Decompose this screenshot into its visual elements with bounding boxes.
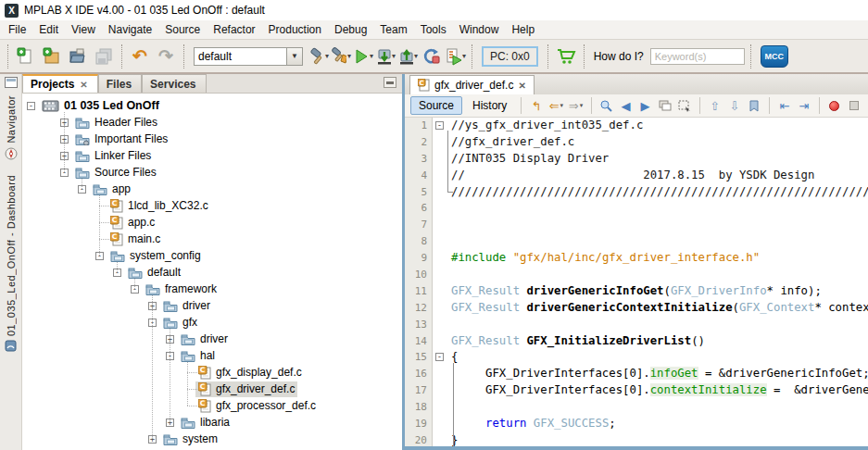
forward-icon[interactable]: ⇒	[567, 97, 584, 115]
history-view-button[interactable]: History	[465, 97, 514, 114]
shopping-cart-button[interactable]	[554, 44, 578, 69]
tree-node-body[interactable]: libaria	[178, 415, 233, 431]
code-line[interactable]: 7	[405, 217, 868, 233]
tree-node-body[interactable]: default	[125, 265, 183, 281]
code-line[interactable]: 19 return GFX_SUCCESS;	[405, 416, 868, 432]
toggle-bookmark-icon[interactable]	[746, 97, 762, 115]
tree-node-body[interactable]: system	[160, 431, 220, 447]
menu-item-debug[interactable]: Debug	[328, 21, 373, 38]
clean-build-project-button[interactable]: ▾	[331, 44, 351, 69]
code-line[interactable]: 18	[405, 399, 868, 416]
tree-row-libaria[interactable]: +libaria	[22, 414, 402, 431]
rectangular-selection-icon[interactable]	[676, 97, 693, 115]
shift-left-icon[interactable]: ⇤	[776, 97, 793, 115]
menu-item-window[interactable]: Window	[453, 21, 506, 38]
find-selection-icon[interactable]	[598, 97, 614, 115]
code-line[interactable]: 5///////////////////////////////////////…	[405, 184, 868, 201]
dashboard-dock-tab[interactable]: 01_035_Led_OnOff - Dashboard	[5, 175, 17, 352]
back-icon[interactable]: ⇐	[547, 97, 564, 115]
fold-collapse-icon[interactable]: -	[435, 353, 444, 361]
tree-node-body[interactable]: gfx	[160, 315, 200, 331]
menu-item-team[interactable]: Team	[373, 21, 413, 38]
tree-node-body[interactable]: C1lcd_lib_XC32.c	[107, 198, 211, 214]
tree-row-driver[interactable]: +driver	[22, 297, 402, 314]
tree-row-main-c[interactable]: Cmain.c	[22, 231, 402, 247]
menu-item-refactor[interactable]: Refactor	[207, 21, 261, 38]
code-line[interactable]: 1-//ys_gfx_driver_int035_def.c	[405, 118, 868, 134]
tree-row-system-config[interactable]: -system_config	[22, 247, 402, 264]
close-icon[interactable]: ✕	[80, 80, 87, 90]
tree-node-body[interactable]: framework	[143, 281, 220, 297]
code-line[interactable]: 13	[405, 317, 868, 333]
panel-tab-services[interactable]: Services	[142, 74, 206, 93]
code-line[interactable]: 9#include "gfx/hal/inc/gfx_driver_interf…	[405, 250, 868, 267]
menu-item-file[interactable]: File	[2, 21, 32, 38]
menu-item-tools[interactable]: Tools	[414, 21, 453, 38]
chevron-down-icon[interactable]: ▼	[286, 48, 302, 65]
how-do-i-input[interactable]	[650, 48, 745, 65]
tree-node-body[interactable]: system_config	[107, 248, 204, 264]
minimize-panel-button[interactable]	[384, 77, 396, 88]
open-project-button[interactable]	[66, 44, 90, 69]
tree-node-body[interactable]: Header Files	[72, 115, 160, 131]
debug-run-button[interactable]: ▾	[446, 44, 466, 69]
tree-row-gfx-processor-def-c[interactable]: Cgfx_processor_def.c	[22, 397, 402, 414]
panel-tab-files[interactable]: Files	[98, 74, 142, 93]
redo-button[interactable]: ↷	[154, 44, 178, 69]
tree-row-header-files[interactable]: +Header Files	[22, 114, 402, 131]
code-line[interactable]: 17 GFX_DriverInterfaces[0].contextInitia…	[405, 382, 868, 399]
tree-row-framework[interactable]: -framework	[22, 281, 402, 297]
close-icon[interactable]: ✕	[518, 81, 525, 91]
menu-item-production[interactable]: Production	[262, 21, 328, 38]
tree-node-body[interactable]: app	[90, 181, 133, 197]
code-line[interactable]: 4// 2017.8.15 by YSDK Design	[405, 168, 868, 184]
run-project-button[interactable]: ▾	[353, 44, 373, 69]
panel-tab-projects[interactable]: Projects✕	[22, 74, 98, 93]
last-edit-position-icon[interactable]: ↰	[528, 97, 545, 115]
start-macro-recording-icon[interactable]	[826, 97, 843, 115]
tree-node-body[interactable]: driver	[160, 298, 213, 314]
code-line[interactable]: 14GFX_Result GFX_InitializeDriverList()	[405, 333, 868, 350]
dock-window-icon[interactable]	[5, 77, 18, 88]
code-editor[interactable]: 1-//ys_gfx_driver_int035_def.c2//gfx_dri…	[405, 118, 868, 446]
code-line[interactable]: 11GFX_Result driverGenericInfoGet(GFX_Dr…	[405, 283, 868, 300]
tree-row-gfx-driver-def-c[interactable]: Cgfx_driver_def.c	[22, 381, 402, 397]
new-file-button[interactable]	[14, 44, 38, 69]
shift-right-icon[interactable]: ⇥	[796, 97, 812, 115]
code-line[interactable]: 3//INT035 Display Driver	[405, 151, 868, 168]
new-project-button[interactable]	[40, 44, 64, 69]
tree-node-body[interactable]: Cgfx_driver_def.c	[195, 381, 297, 397]
code-line[interactable]: 16 GFX_DriverInterfaces[0].infoGet = &dr…	[405, 366, 868, 382]
code-line[interactable]: 2//gfx_driver_def.c	[405, 134, 868, 151]
menu-item-edit[interactable]: Edit	[32, 21, 65, 38]
find-next-icon[interactable]: ▶	[637, 97, 654, 115]
code-line[interactable]: 10	[405, 267, 868, 283]
editor-tab-gfx-driver-def[interactable]: C gfx_driver_def.c ✕	[409, 75, 535, 94]
menu-item-view[interactable]: View	[65, 21, 102, 38]
source-view-button[interactable]: Source	[410, 96, 462, 115]
navigator-dock-tab[interactable]: Navigator	[5, 95, 18, 160]
tree-node-body[interactable]: Important Files	[72, 131, 170, 147]
program-device-button[interactable]: ▾	[375, 44, 396, 69]
undo-button[interactable]: ↶	[128, 44, 152, 69]
code-line[interactable]: 20}	[405, 432, 868, 446]
tree-row-gfx-display-def-c[interactable]: Cgfx_display_def.c	[22, 364, 402, 381]
menu-item-navigate[interactable]: Navigate	[102, 21, 158, 38]
tree-row-1lcd-lib-xc32-c[interactable]: C1lcd_lib_XC32.c	[22, 197, 402, 214]
tree-row-app[interactable]: -app	[22, 181, 402, 197]
tree-node-body[interactable]: Cgfx_processor_def.c	[195, 398, 319, 414]
tree-node-body[interactable]: Cmain.c	[107, 231, 163, 247]
tree-node-body[interactable]: Source Files	[72, 165, 159, 181]
mcc-button[interactable]: MCC	[761, 45, 788, 68]
tree-row-system[interactable]: +system	[22, 431, 402, 447]
tree-node-body[interactable]: 01 035 Led OnOff	[39, 98, 162, 114]
code-line[interactable]: 8	[405, 233, 868, 250]
menu-item-source[interactable]: Source	[158, 21, 207, 38]
build-project-button[interactable]: ▾	[308, 44, 329, 69]
code-line[interactable]: 6	[405, 200, 868, 217]
tree-row-gfx[interactable]: -gfx	[22, 314, 402, 331]
save-all-button[interactable]	[92, 44, 116, 69]
tree-node-body[interactable]: driver	[178, 331, 231, 347]
tree-row-01-035-led-onoff[interactable]: -01 035 Led OnOff	[22, 97, 402, 114]
code-line[interactable]: 15-{	[405, 349, 868, 366]
